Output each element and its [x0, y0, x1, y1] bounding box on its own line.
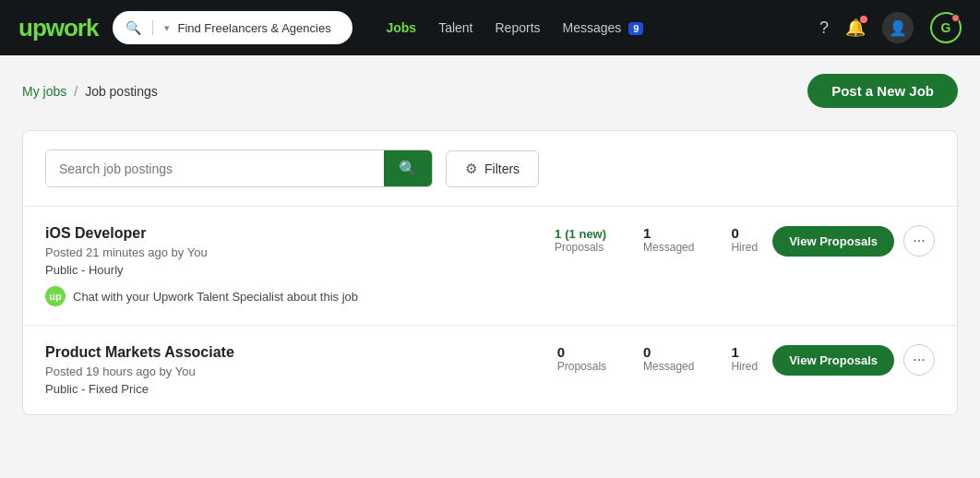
job-actions: View Proposals ···: [772, 225, 935, 257]
avatar-status-dot: [951, 14, 960, 22]
job-title: Product Markets Associate: [45, 344, 543, 361]
nav-messages[interactable]: Messages 9: [563, 20, 644, 35]
hired-stat: 0 Hired: [731, 225, 758, 254]
proposals-stat: 0 Proposals: [557, 344, 606, 373]
help-button[interactable]: ?: [819, 18, 829, 38]
more-options-button[interactable]: ···: [903, 344, 935, 376]
job-info: Product Markets Associate Posted 19 hour…: [45, 344, 543, 396]
messages-badge: 9: [628, 22, 643, 35]
chat-row[interactable]: up Chat with your Upwork Talent Speciali…: [45, 286, 935, 306]
search-caret-icon: ▾: [164, 22, 170, 34]
job-info: iOS Developer Posted 21 minutes ago by Y…: [45, 225, 540, 277]
job-main-content: Product Markets Associate Posted 19 hour…: [45, 344, 935, 396]
global-search-bar[interactable]: 🔍 ▾ Find Freelancers & Agencies: [113, 11, 353, 44]
proposals-stat: 1 (1 new) Proposals: [555, 225, 606, 254]
job-title: iOS Developer: [45, 225, 540, 242]
nav-right: ? 🔔 👤 G: [819, 12, 962, 43]
hired-value: 0: [731, 225, 758, 241]
navbar: upwork 🔍 ▾ Find Freelancers & Agencies J…: [0, 0, 980, 55]
job-main-content: iOS Developer Posted 21 minutes ago by Y…: [45, 225, 935, 277]
messaged-label: Messaged: [643, 360, 694, 373]
job-actions: View Proposals ···: [772, 344, 935, 376]
filter-icon: ⚙: [465, 161, 477, 177]
hired-label: Hired: [731, 360, 758, 373]
breadcrumb: My jobs / Job postings: [22, 84, 158, 99]
search-row: 🔍 ⚙ Filters: [23, 131, 957, 207]
job-row: iOS Developer Posted 21 minutes ago by Y…: [23, 207, 957, 326]
search-submit-button[interactable]: 🔍: [384, 150, 432, 186]
profile-avatar[interactable]: G: [930, 12, 962, 43]
search-input[interactable]: [46, 152, 384, 185]
search-bar-text: Find Freelancers & Agencies: [177, 21, 340, 35]
view-proposals-button[interactable]: View Proposals: [772, 345, 894, 376]
job-posted-meta: Posted 19 hours ago by You: [45, 364, 543, 378]
post-new-job-button[interactable]: Post a New Job: [807, 74, 958, 108]
job-stats: 0 Proposals 0 Messaged 1 Hired: [557, 344, 758, 373]
proposals-value: 0: [557, 344, 606, 360]
nav-jobs[interactable]: Jobs: [386, 20, 416, 35]
hired-value: 1: [731, 344, 758, 360]
logo[interactable]: upwork: [18, 14, 98, 42]
proposals-value: 1 (1 new): [555, 225, 606, 241]
hired-stat: 1 Hired: [731, 344, 758, 373]
proposals-label: Proposals: [557, 360, 606, 373]
messaged-label: Messaged: [643, 241, 694, 254]
more-icon: ···: [913, 352, 925, 368]
filters-button[interactable]: ⚙ Filters: [446, 150, 539, 187]
nav-talent[interactable]: Talent: [438, 20, 472, 35]
account-switcher-button[interactable]: 👤: [882, 12, 914, 43]
breadcrumb-my-jobs[interactable]: My jobs: [22, 84, 66, 99]
messaged-stat: 0 Messaged: [643, 344, 694, 373]
proposals-new: (1 new): [565, 227, 606, 241]
nav-links: Jobs Talent Reports Messages 9: [386, 20, 643, 35]
job-type: Public - Fixed Price: [45, 382, 543, 396]
nav-reports[interactable]: Reports: [496, 20, 541, 35]
more-options-button[interactable]: ···: [903, 225, 935, 257]
view-proposals-button[interactable]: View Proposals: [772, 226, 894, 257]
messaged-stat: 1 Messaged: [643, 225, 694, 254]
job-posted-meta: Posted 21 minutes ago by You: [45, 245, 540, 259]
notifications-button[interactable]: 🔔: [845, 18, 866, 38]
chat-text: Chat with your Upwork Talent Specialist …: [73, 290, 358, 304]
proposals-label: Proposals: [555, 241, 606, 254]
job-row: Product Markets Associate Posted 19 hour…: [23, 326, 957, 414]
search-input-wrap[interactable]: 🔍: [45, 149, 433, 187]
upwork-badge-icon: up: [45, 286, 66, 306]
jobs-card: 🔍 ⚙ Filters iOS Developer Posted 21 minu…: [22, 130, 958, 415]
logo-text: upwork: [18, 14, 98, 42]
job-type: Public - Hourly: [45, 263, 540, 277]
page-container: My jobs / Job postings Post a New Job 🔍 …: [0, 55, 980, 434]
filters-label: Filters: [484, 161, 520, 176]
messaged-value: 1: [643, 225, 694, 241]
breadcrumb-row: My jobs / Job postings Post a New Job: [22, 74, 958, 108]
hired-label: Hired: [731, 241, 758, 254]
search-submit-icon: 🔍: [399, 160, 417, 177]
search-divider: [152, 20, 153, 35]
notification-dot: [860, 16, 867, 23]
messaged-value: 0: [643, 344, 694, 360]
breadcrumb-separator: /: [74, 84, 78, 99]
breadcrumb-current: Job postings: [85, 84, 158, 99]
more-icon: ···: [913, 233, 925, 249]
search-icon: 🔍: [125, 20, 141, 35]
job-stats: 1 (1 new) Proposals 1 Messaged 0 Hired: [555, 225, 758, 254]
